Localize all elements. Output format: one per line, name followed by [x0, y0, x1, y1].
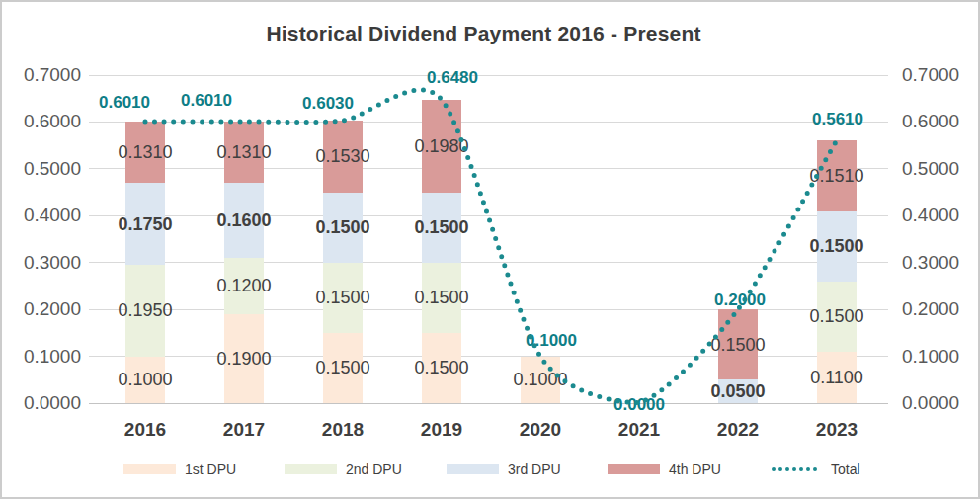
y-axis-tick-left: 0.6000 — [12, 111, 81, 132]
legend-label: 4th DPU — [669, 462, 721, 476]
y-axis-tick-right: 0.6000 — [902, 111, 971, 132]
legend-label: 1st DPU — [185, 462, 236, 476]
gridline-0.0000 — [89, 403, 888, 404]
legend-item-3rd-dpu: 3rd DPU — [447, 462, 595, 476]
4th-dpu-swatch — [608, 464, 660, 474]
bar-label-2016-1st-dpu: 0.1000 — [101, 370, 190, 389]
y-axis-tick-right: 0.4000 — [902, 205, 971, 226]
legend-item-4th-dpu: 4th DPU — [608, 462, 756, 476]
bar-label-2023-4th-dpu: 0.1510 — [792, 166, 881, 186]
legend-label: 3rd DPU — [508, 462, 561, 476]
gridline-0.5000 — [89, 168, 888, 169]
bar-label-2017-2nd-dpu: 0.1200 — [200, 276, 288, 295]
y-axis-tick-right: 0.5000 — [902, 158, 971, 180]
chart-title: Historical Dividend Payment 2016 - Prese… — [2, 22, 965, 45]
y-axis-tick-left: 0.5000 — [12, 158, 81, 180]
bar-label-2019-2nd-dpu: 0.1500 — [397, 288, 486, 307]
x-axis-label-2022: 2022 — [689, 419, 787, 441]
2nd-dpu-swatch — [285, 464, 337, 474]
legend-item-total: Total — [770, 462, 918, 476]
x-axis-label-2018: 2018 — [293, 419, 392, 441]
x-axis-label-2020: 2020 — [491, 419, 590, 441]
y-axis-tick-right: 0.1000 — [902, 346, 971, 368]
bar-label-2022-4th-dpu: 0.1500 — [694, 335, 782, 355]
gridline-0.3000 — [89, 262, 888, 263]
total-label-2020: 0.1000 — [507, 331, 596, 351]
y-axis-tick-left: 0.1000 — [12, 346, 81, 368]
total-label-2022: 0.2000 — [695, 291, 784, 310]
bar-label-2020-1st-dpu: 0.1000 — [496, 370, 585, 389]
gridline-0.6000 — [89, 122, 888, 123]
bar-label-2023-1st-dpu: 0.1100 — [792, 368, 881, 387]
y-axis-tick-left: 0.0000 — [12, 392, 81, 414]
bar-label-2019-3rd-dpu: 0.1500 — [397, 217, 486, 237]
total-label-2016: 0.6010 — [80, 93, 169, 113]
y-axis-tick-right: 0.7000 — [902, 64, 971, 86]
x-axis-label-2023: 2023 — [787, 419, 886, 441]
y-axis-tick-left: 0.4000 — [12, 205, 81, 226]
bar-label-2016-2nd-dpu: 0.1950 — [101, 300, 190, 320]
x-axis-label-2016: 2016 — [96, 419, 195, 441]
x-axis-label-2021: 2021 — [590, 419, 689, 441]
y-axis-tick-left: 0.3000 — [12, 252, 81, 274]
total-label-2018: 0.6030 — [284, 94, 372, 114]
y-axis-tick-left: 0.7000 — [12, 64, 81, 86]
bar-label-2017-3rd-dpu: 0.1600 — [200, 210, 288, 230]
bar-label-2017-1st-dpu: 0.1900 — [200, 349, 288, 369]
bar-label-2017-4th-dpu: 0.1310 — [200, 142, 288, 162]
bar-label-2016-3rd-dpu: 0.1750 — [101, 214, 190, 234]
total-line-legend-swatch — [770, 462, 822, 476]
bar-label-2016-4th-dpu: 0.1310 — [101, 142, 190, 162]
total-label-2017: 0.6010 — [162, 91, 251, 111]
total-label-2019: 0.6480 — [408, 68, 497, 88]
legend-item-2nd-dpu: 2nd DPU — [285, 462, 433, 476]
bar-label-2019-1st-dpu: 0.1500 — [397, 358, 486, 377]
y-axis-tick-right: 0.0000 — [902, 392, 971, 414]
legend-item-1st-dpu: 1st DPU — [123, 462, 272, 476]
1st-dpu-swatch — [123, 464, 176, 474]
bar-label-2018-1st-dpu: 0.1500 — [298, 358, 387, 377]
y-axis-tick-right: 0.2000 — [902, 298, 971, 320]
bar-label-2018-4th-dpu: 0.1530 — [298, 146, 387, 166]
bar-label-2019-4th-dpu: 0.1980 — [397, 136, 486, 156]
x-axis-label-2017: 2017 — [195, 419, 293, 441]
total-label-2021: 0.0000 — [595, 395, 684, 415]
legend-label: Total — [831, 462, 860, 476]
chart-canvas: Historical Dividend Payment 2016 - Prese… — [0, 0, 980, 499]
bar-label-2022-3rd-dpu: 0.0500 — [694, 381, 782, 401]
total-label-2023: 0.5610 — [793, 110, 882, 129]
bar-label-2023-3rd-dpu: 0.1500 — [792, 236, 881, 256]
bar-label-2018-2nd-dpu: 0.1500 — [298, 288, 387, 307]
bar-label-2018-3rd-dpu: 0.1500 — [298, 217, 387, 237]
y-axis-tick-right: 0.3000 — [902, 252, 971, 274]
3rd-dpu-swatch — [447, 464, 499, 474]
x-axis-label-2019: 2019 — [392, 419, 491, 441]
y-axis-tick-left: 0.2000 — [12, 298, 81, 320]
legend-label: 2nd DPU — [346, 462, 402, 476]
bar-label-2023-2nd-dpu: 0.1500 — [792, 306, 881, 326]
